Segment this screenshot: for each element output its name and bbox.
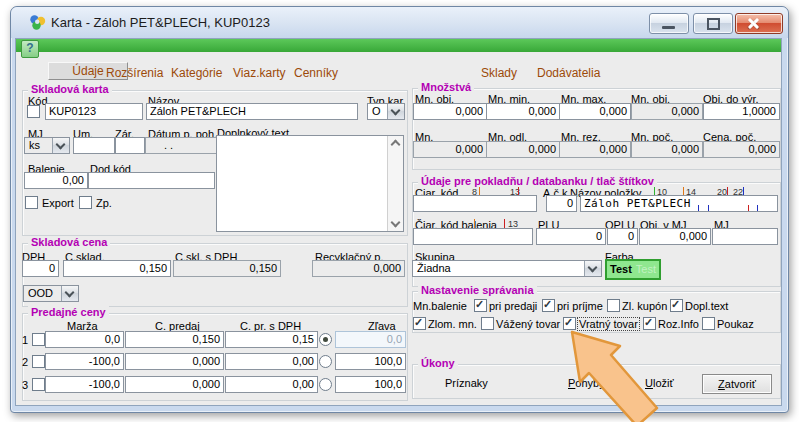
titlebar: Karta - Záloh PET&PLECH, KUP0123 — [11, 7, 788, 38]
nazov-field[interactable]: Záloh PET&PLECH — [146, 103, 358, 120]
c-pr-s-dph-field[interactable]: 0,00 — [225, 353, 318, 370]
dopl-text-checkbox[interactable] — [670, 299, 683, 312]
c-pr-s-dph-field[interactable]: 0,15 — [225, 331, 318, 348]
plu-field[interactable]: 0 — [536, 228, 606, 245]
marza-field[interactable]: -100,0 — [45, 353, 124, 370]
minimize-button[interactable] — [649, 13, 689, 34]
tab-dodavatelia[interactable]: Dodávatelia — [537, 66, 600, 80]
zlava-field[interactable]: 100,0 — [335, 353, 406, 370]
ulozit-button[interactable]: Uložiť — [645, 377, 674, 389]
price-row-checkbox[interactable] — [32, 333, 45, 346]
group-title: Predajné ceny — [28, 306, 109, 318]
vratny-tovar-label: Vratný tovar — [578, 318, 639, 330]
minimize-icon — [662, 26, 675, 29]
obj-do-vyr-field[interactable]: 1,0000 — [703, 103, 780, 120]
chevron-down-icon[interactable] — [52, 138, 69, 153]
kod-checkbox[interactable] — [27, 105, 40, 118]
c-predaj-field[interactable]: 0,000 — [125, 376, 224, 393]
zl-kupon-checkbox[interactable] — [607, 299, 620, 312]
maximize-icon — [707, 18, 720, 30]
chevron-down-icon[interactable] — [387, 104, 404, 119]
group-title: Úkony — [418, 357, 458, 369]
zp-checkbox[interactable] — [79, 196, 92, 209]
dph-field[interactable]: 0 — [22, 260, 59, 277]
mn-min-field[interactable]: 0,000 — [486, 103, 560, 120]
c-skl-s-dph-field: 0,150 — [173, 260, 281, 277]
close-button[interactable] — [735, 13, 783, 34]
dod-kod-field[interactable] — [88, 172, 215, 189]
qplu-field[interactable]: 0 — [607, 228, 638, 245]
tab-rozsirenia[interactable]: Rozšírenia — [106, 66, 163, 80]
help-button[interactable]: ? — [21, 40, 39, 58]
price-row-radio[interactable] — [319, 378, 332, 391]
price-row-checkbox[interactable] — [32, 355, 45, 368]
price-row-checkbox[interactable] — [32, 378, 45, 391]
poukaz-checkbox[interactable] — [702, 317, 715, 330]
group-title: Množstvá — [418, 81, 474, 93]
tab-sklady[interactable]: Sklady — [481, 66, 517, 80]
ood-combo[interactable]: OOD — [23, 285, 79, 302]
c-predaj-field[interactable]: 0,000 — [125, 353, 224, 370]
textarea-scrollbar[interactable] — [387, 136, 403, 231]
mn-field: 0,000 — [413, 141, 487, 158]
scroll-down-icon[interactable] — [391, 218, 401, 228]
price-row-num: 1 — [22, 334, 28, 346]
tick-line-red — [748, 205, 749, 211]
vazeny-tovar-checkbox[interactable] — [481, 317, 494, 330]
marza-field[interactable]: -100,0 — [45, 376, 124, 393]
roz-info-checkbox[interactable] — [643, 317, 656, 330]
price-row-radio[interactable] — [319, 333, 332, 346]
app-icon — [29, 14, 46, 31]
c-sklad-field[interactable]: 0,150 — [63, 260, 171, 277]
um-field[interactable] — [73, 137, 115, 154]
export-label: Export — [42, 197, 74, 209]
maximize-button[interactable] — [693, 13, 733, 34]
mj2-field[interactable] — [712, 228, 778, 245]
typ-kar-combo[interactable]: O — [367, 103, 405, 120]
ciar-kod-field[interactable] — [413, 195, 537, 212]
zlava-field: 0,0 — [335, 331, 406, 348]
zlom-mn-label: Zlom. mn. — [428, 318, 477, 330]
farba-preview[interactable]: TestTest — [605, 259, 661, 280]
mn-max-field[interactable]: 0,000 — [559, 103, 631, 120]
mn-balenie-label: Mn.balenie — [413, 300, 467, 312]
export-checkbox[interactable] — [25, 196, 38, 209]
roz-info-label: Roz.Info — [658, 318, 699, 330]
c-predaj-field[interactable]: 0,150 — [125, 331, 224, 348]
recyklacny-field: 0,000 — [312, 260, 405, 277]
price-row-radio[interactable] — [319, 355, 332, 368]
obj-v-mj-field[interactable]: 0,000 — [639, 228, 711, 245]
zar-field[interactable] — [115, 137, 145, 154]
zlava-field[interactable]: 100,0 — [335, 376, 406, 393]
tab-viaz-karty[interactable]: Viaz.karty — [233, 66, 285, 80]
mn-obj-field[interactable]: 0,000 — [413, 103, 487, 120]
vratny-tovar-checkbox[interactable] — [563, 317, 576, 330]
ack-field[interactable]: 0 — [546, 195, 577, 212]
price-row-num: 2 — [22, 356, 28, 368]
chevron-down-icon[interactable] — [584, 261, 601, 276]
mn-poc-field: 0,000 — [631, 141, 703, 158]
c-pr-s-dph-field[interactable]: 0,00 — [225, 376, 318, 393]
app-window: Karta - Záloh PET&PLECH, KUP0123 ? Údaje… — [10, 6, 789, 413]
ciar-kod-balenia-field[interactable] — [413, 228, 533, 245]
pri-prijme-checkbox[interactable] — [542, 299, 555, 312]
mj-combo[interactable]: ks — [24, 137, 70, 154]
pri-predaji-checkbox[interactable] — [474, 299, 487, 312]
pohyby-button[interactable]: Pohyby — [568, 377, 605, 389]
tab-cenniky[interactable]: Cenníky — [294, 66, 338, 80]
balenie-field[interactable]: 0,00 — [24, 172, 88, 189]
zatvorit-button[interactable]: Zatvoriť — [702, 374, 772, 394]
doplnkovy-text-textarea[interactable] — [216, 135, 404, 232]
priznaky-button[interactable]: Príznaky — [445, 377, 488, 389]
chevron-down-icon[interactable] — [61, 286, 78, 301]
marza-field[interactable]: 0,0 — [45, 331, 124, 348]
mn-odl-field: 0,000 — [486, 141, 560, 158]
tab-kategorie[interactable]: Kategórie — [171, 66, 222, 80]
price-row-num: 3 — [22, 379, 28, 391]
tick-line-blue — [708, 205, 709, 211]
zlom-mn-checkbox[interactable] — [413, 317, 426, 330]
skupina-combo[interactable]: Žiadna — [412, 260, 602, 277]
tick-line-blue — [698, 205, 699, 211]
scroll-up-icon[interactable] — [391, 140, 401, 150]
kod-field[interactable]: KUP0123 — [45, 103, 143, 120]
